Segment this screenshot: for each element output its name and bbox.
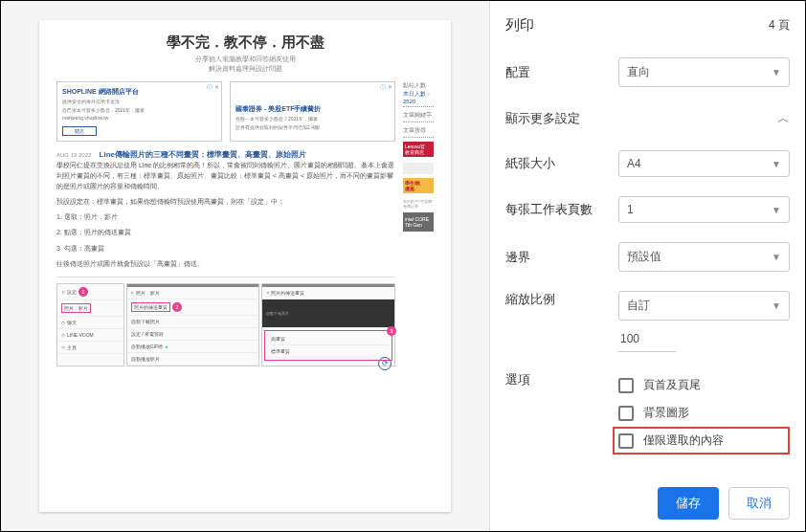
cancel-button[interactable]: 取消 [728, 487, 790, 520]
paper-size-label: 紙張大小 [505, 155, 611, 172]
article-title: Line傳輸照片的三種不同畫質：標準畫質、高畫質、原始照片 [100, 150, 306, 159]
chevron-down-icon: ▼ [772, 300, 781, 311]
chevron-down-icon: ▼ [772, 67, 781, 78]
refresh-icon: ⟳ [378, 357, 392, 370]
badge-2-icon: 2 [172, 302, 182, 312]
checkbox-icon [618, 433, 634, 449]
checkbox-icon [618, 378, 634, 393]
chevron-down-icon: ▼ [772, 159, 781, 169]
ad-block-1: ⓘ ✕ SHOPLINE 網路開店平台 提供安全的海外信用卡金流 自己家本可發多… [56, 81, 222, 142]
badge-3-icon: 3 [387, 326, 396, 336]
panel-title: 列印 [505, 16, 534, 34]
margin-dropdown[interactable]: 預設值 ▼ [618, 242, 790, 272]
pages-per-sheet-label: 每張工作表頁數 [505, 201, 611, 218]
page-subtitle: 分享個人電腦教學和回答網友使用 解決資料處理與設計問題 [56, 55, 434, 74]
option-headers-footers[interactable]: 頁首及頁尾 [618, 371, 790, 399]
save-button[interactable]: 儲存 [658, 487, 719, 520]
ad-cta-button: 開店 [62, 126, 97, 136]
print-preview-pane: 學不完．教不停．用不盡 分享個人電腦教學和回答網友使用 解決資料處理與設計問題 … [1, 1, 489, 531]
badge-1-icon: 1 [78, 287, 88, 297]
more-settings-toggle[interactable]: 顯示更多設定 ︿ [505, 97, 790, 141]
option-selection-only[interactable]: 僅限選取的內容 [613, 427, 790, 454]
ad-close-icon: ⓘ ✕ [380, 83, 392, 92]
chevron-up-icon: ︿ [777, 110, 790, 127]
margin-label: 邊界 [505, 249, 611, 266]
print-settings-panel: 列印 4 頁 配置 直向 ▼ 顯示更多設定 ︿ 紙張大小 A4 ▼ 每張工作表頁… [489, 1, 805, 531]
article-paragraph: 學校同仁提在交換訊息使用 Line 的比例相常的高！所以，常會被問到傳輸照片、圖… [56, 160, 395, 192]
pages-per-sheet-dropdown[interactable]: 1 ▼ [618, 196, 790, 223]
option-backgrounds[interactable]: 背景圖形 [618, 399, 790, 427]
preview-sidebar: 點站人數本日人數：2520 文章關鍵字 文章搜尋 Lenovo官教育商店 學生/… [403, 81, 434, 366]
chevron-down-icon: ▼ [772, 252, 781, 262]
page-title: 學不完．教不停．用不盡 [56, 33, 434, 52]
scale-dropdown[interactable]: 自訂 ▼ [618, 291, 790, 321]
chevron-down-icon: ▼ [772, 205, 781, 215]
ad-block-2: ⓘ ✕ 國泰證券 - 美股ETF手續費折 在股一本可發多少股息？2021年，國泰… [230, 81, 395, 142]
checkbox-icon [618, 406, 634, 421]
layout-label: 配置 [505, 64, 611, 81]
preview-page: 學不完．教不停．用不盡 分享個人電腦教學和回答網友使用 解決資料處理與設計問題 … [39, 20, 451, 512]
page-count: 4 頁 [769, 17, 790, 33]
screenshot-gallery: ☆ 設定 1 照片．影片 ◇ 聊天 ◇ LINE VOOM ☆ 主頁 < 照片．… [56, 277, 395, 366]
paper-size-dropdown[interactable]: A4 ▼ [618, 150, 790, 177]
article-date: AUG 19 2022 [56, 152, 91, 158]
scale-label: 縮放比例 [505, 291, 611, 308]
scale-input[interactable] [618, 326, 676, 352]
layout-dropdown[interactable]: 直向 ▼ [618, 57, 790, 87]
ad-close-icon: ⓘ ✕ [207, 83, 219, 92]
options-label: 選項 [505, 371, 611, 388]
